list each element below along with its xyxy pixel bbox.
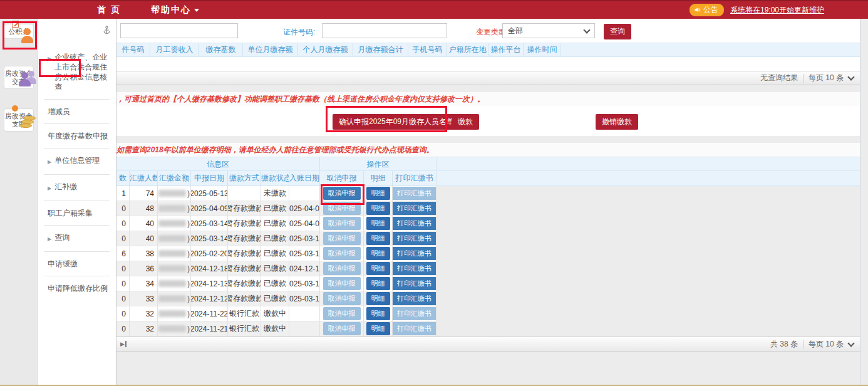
sidebar-item-fanggai-zhiqu[interactable]: 房改资金支取	[4, 108, 34, 132]
menu-item-6[interactable]: ▶查询	[38, 226, 116, 251]
batch-num-cell: 0	[116, 261, 130, 276]
print-remit-button[interactable]: 打印汇缴书	[393, 232, 437, 245]
batch-num-cell: 0	[116, 291, 130, 306]
print-remit-button[interactable]: 打印汇缴书	[393, 217, 437, 230]
action-cell: 打印汇缴书	[393, 216, 437, 231]
column-header: 取消申报	[320, 171, 364, 185]
detail-button[interactable]: 明细	[366, 262, 390, 275]
pay-method-cell: 暂存款缴款	[228, 246, 261, 261]
system-notice: 公告 系统将在19:00开始更新维护	[690, 4, 824, 16]
remit-amount-cell: )	[158, 261, 191, 276]
page-size-select[interactable]: 每页 10 条	[809, 73, 844, 83]
menu-item-5[interactable]: 职工户籍采集	[38, 201, 116, 225]
cancel-declare-button: 取消申报	[323, 307, 361, 320]
confirm-declare-button[interactable]: 确认申报2025年09月缴存人员名单	[333, 114, 460, 130]
id-number-input[interactable]	[322, 23, 447, 38]
detail-button[interactable]: 明细	[366, 217, 390, 230]
chevron-right-icon: ▶	[48, 157, 51, 167]
nav-help-center[interactable]: 帮助中心	[151, 4, 199, 16]
menu-item-7[interactable]: 申请缓缴	[38, 252, 116, 276]
action-cell: 取消申报	[320, 216, 364, 231]
change-type-select[interactable]: 全部	[502, 23, 595, 38]
menu-item-3[interactable]: ▶单位信息管理	[38, 149, 116, 174]
pay-method-cell: 暂存款缴款	[228, 216, 261, 231]
print-remit-button[interactable]: 打印汇缴书	[393, 202, 437, 215]
column-header: 手机号码	[408, 43, 447, 56]
masked-amount-suffix: )	[187, 234, 190, 243]
remit-amount-cell: )	[158, 321, 191, 336]
cancel-declare-button[interactable]: 取消申报	[323, 187, 361, 200]
action-cell: 取消申报	[320, 246, 364, 261]
entry-date-cell: 2025-03-14	[289, 291, 320, 306]
print-remit-button[interactable]: 打印汇缴书	[393, 247, 437, 260]
action-cell: 取消申报	[320, 186, 364, 201]
page-size-select[interactable]: 每页 10 条	[809, 339, 844, 350]
detail-button[interactable]: 明细	[366, 277, 390, 290]
notice-badge: 公告	[690, 4, 724, 16]
menu-item-8[interactable]: 申请降低缴存比例	[38, 276, 116, 300]
spacer	[116, 136, 860, 143]
hidden-label-input[interactable]	[120, 23, 238, 38]
menu-item-0[interactable]: ▶企业破产、企业上市合法合规住房公积金信息核查	[38, 45, 116, 99]
action-cell: 打印汇缴书	[393, 246, 437, 261]
action-cell: 取消申报	[320, 276, 364, 291]
action-cell: 明细	[364, 186, 393, 201]
remit-count-cell: 33	[130, 291, 158, 306]
detail-button[interactable]: 明细	[366, 232, 390, 245]
pay-method-cell: 银行汇款	[228, 321, 261, 336]
search-button[interactable]: 查询	[604, 24, 631, 39]
detail-button[interactable]: 明细	[366, 292, 390, 305]
cancel-declare-button: 取消申报	[323, 277, 361, 290]
pay-status-cell: 已缴款	[261, 261, 289, 276]
result-table-pagination: 无查询结果 每页 10 条	[116, 71, 860, 85]
declare-date-cell: 2025-03-14	[191, 231, 228, 246]
sidebar-item-gongjijin[interactable]: 公积金	[4, 24, 34, 39]
action-cell: 明细	[364, 261, 393, 276]
table-row: 048)2025-04-09暂存款缴款已缴款2025-04-09取消申报明细打印…	[116, 201, 437, 216]
remit-count-cell: 38	[130, 246, 158, 261]
remit-amount-cell: )	[158, 306, 191, 321]
anchor-pin-icon[interactable]	[103, 25, 111, 38]
column-header: 明细	[364, 171, 393, 185]
nav-home[interactable]: 首 页	[97, 4, 121, 16]
base-adjust-notice: ，可通过首页的【个人缴存基数修改】功能调整职工缴存基数（线上渠道住房公积金年度内…	[116, 92, 860, 106]
action-cell: 打印汇缴书	[393, 276, 437, 291]
table-row: 040)2025-03-14暂存款缴款已缴款2025-04-09取消申报明细打印…	[116, 216, 437, 231]
notice-link[interactable]: 系统将在19:00开始更新维护	[730, 5, 824, 16]
table-row: 034)2024-12-13暂存款缴款已缴款2025-03-14取消申报明细打印…	[116, 276, 437, 291]
detail-button[interactable]: 明细	[366, 307, 390, 320]
pay-button[interactable]: 缴款	[452, 114, 479, 130]
batch-num-cell: 0	[116, 201, 130, 216]
action-cell: 打印汇缴书	[393, 201, 437, 216]
table-row: 638)2025-02-20暂存款缴款已缴款2025-03-14取消申报明细打印…	[116, 246, 437, 261]
cancel-declare-button: 取消申报	[323, 247, 361, 260]
detail-button[interactable]: 明细	[366, 247, 390, 260]
menu-item-label: 增减员	[48, 107, 70, 117]
masked-amount-suffix: )	[187, 325, 190, 333]
print-remit-button[interactable]: 打印汇缴书	[393, 292, 437, 305]
cancel-pay-button[interactable]: 撤销缴款	[596, 114, 638, 130]
menu-item-2[interactable]: 年度缴存基数申报	[38, 124, 116, 148]
print-remit-button[interactable]: 打印汇缴书	[393, 277, 437, 290]
cancel-declare-button: 取消申报	[323, 232, 361, 245]
print-remit-button: 打印汇缴书	[393, 322, 437, 335]
menu-item-4[interactable]: ▶汇补缴	[38, 175, 116, 201]
menu-item-label: 单位信息管理	[54, 155, 100, 167]
action-cell: 打印汇缴书	[393, 306, 437, 321]
detail-button[interactable]: 明细	[366, 202, 390, 215]
remit-count-cell: 32	[130, 306, 158, 321]
declare-date-cell: 2024-11-22	[191, 306, 228, 321]
batch-num-cell: 0	[116, 231, 130, 246]
menu-item-1[interactable]: 增减员	[38, 100, 116, 123]
sidebar-item-fanggai-jiaocun[interactable]: 房改资金交存	[4, 66, 34, 89]
column-header: 操作平台	[488, 43, 524, 56]
entry-date-cell: 2025-03-14	[289, 276, 320, 291]
pay-status-cell: 已缴款	[261, 246, 289, 261]
print-remit-button[interactable]: 打印汇缴书	[393, 262, 437, 275]
detail-button[interactable]: 明细	[366, 322, 390, 335]
table-row: 032)2024-11-21银行汇款缴款中取消申报明细打印汇缴书	[116, 321, 437, 336]
last-page-button[interactable]: ▶	[120, 341, 127, 347]
detail-button[interactable]: 明细	[366, 187, 390, 200]
masked-amount	[158, 325, 186, 332]
column-header: 个人月缴存额	[298, 43, 353, 56]
